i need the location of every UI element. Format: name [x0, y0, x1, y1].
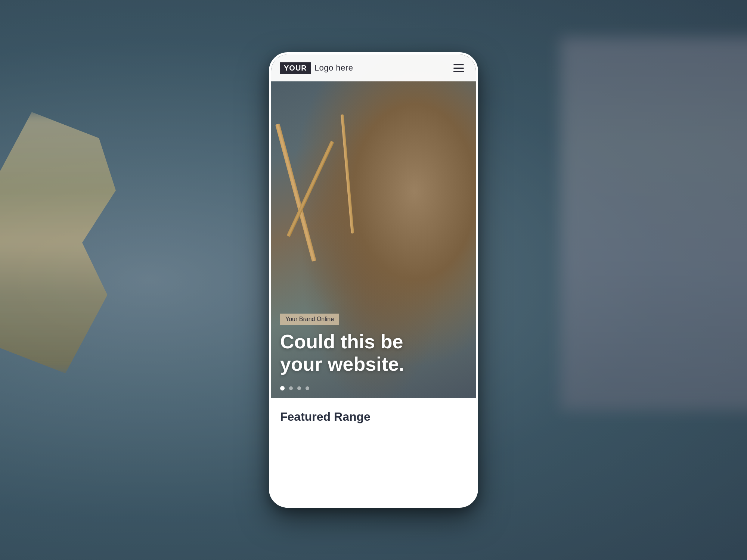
hamburger-menu-button[interactable]	[450, 61, 467, 75]
phone-screen: YOUR Logo here Your Brand Online Could t…	[269, 52, 478, 508]
phone-header: YOUR Logo here	[271, 55, 476, 81]
featured-range-title: Featured Range	[280, 410, 371, 424]
slide-dots	[280, 386, 309, 391]
brand-badge: Your Brand Online	[280, 314, 339, 325]
hamburger-line-2	[453, 68, 464, 69]
slide-dot-3[interactable]	[297, 386, 301, 390]
background-right-blur	[560, 37, 747, 411]
logo-brand: YOUR	[280, 62, 311, 74]
hero-section: Your Brand Online Could this be your web…	[271, 55, 476, 398]
hero-text-overlay: Your Brand Online Could this be your web…	[280, 314, 467, 376]
hamburger-line-3	[453, 71, 464, 72]
logo-tagline: Logo here	[314, 63, 353, 73]
phone-bottom-section: Featured Range	[271, 398, 476, 508]
slide-dot-2[interactable]	[289, 386, 293, 390]
hamburger-line-1	[453, 64, 464, 65]
slide-dot-1[interactable]	[280, 386, 285, 391]
logo-area: YOUR Logo here	[280, 62, 353, 74]
slide-dot-4[interactable]	[306, 386, 309, 390]
hero-title: Could this be your website.	[280, 331, 467, 376]
hero-title-line1: Could this be	[280, 331, 403, 352]
phone-mockup: YOUR Logo here Your Brand Online Could t…	[269, 52, 478, 508]
hero-title-line2: your website.	[280, 353, 404, 375]
